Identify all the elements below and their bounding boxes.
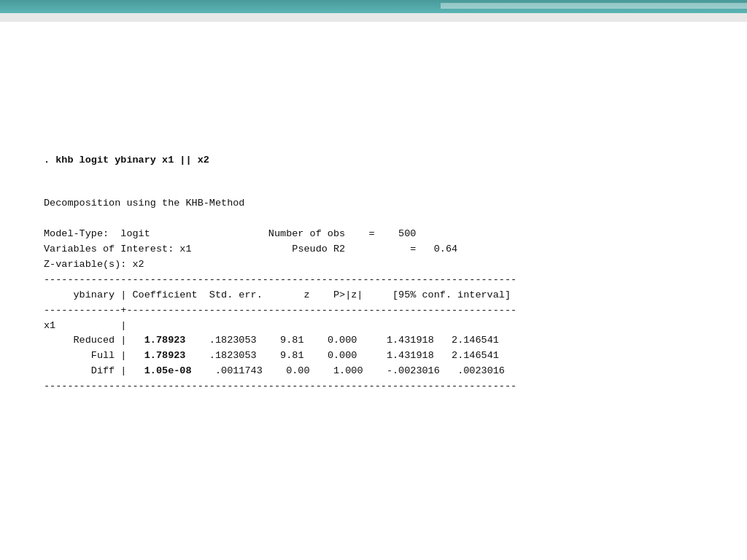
header-accent [441, 3, 747, 9]
reduced-stderr: .1823053 [209, 335, 257, 346]
separator3: ----------------------------------------… [44, 381, 516, 392]
full-p: 0.000 [328, 350, 357, 361]
separator2: -------------+--------------------------… [44, 305, 516, 316]
col-headers: ybinary | Coefficient Std. err. z P>|z| … [44, 289, 511, 300]
decomp-label: Decomposition using the KHB-Method [44, 198, 244, 209]
num-obs-eq: = [369, 228, 375, 239]
diff-ci-low: -.0023016 [387, 365, 440, 376]
pseudo-r2-eq: = [410, 244, 416, 254]
num-obs-val: 500 [398, 228, 416, 239]
full-z: 9.81 [280, 350, 303, 361]
zvars-label: Z-variable(s): x2 [44, 259, 144, 270]
command-text: . khb logit ybinary x1 || x2 [44, 155, 209, 166]
reduced-p: 0.000 [328, 335, 357, 346]
header-secondary [0, 13, 747, 22]
x1-label: x1 [44, 320, 55, 331]
diff-z: 0.00 [286, 365, 309, 376]
full-label: Full [44, 350, 115, 361]
pseudo-r2-label: Pseudo R2 [292, 244, 345, 254]
diff-p: 1.000 [333, 365, 363, 376]
vars-interest-label: Variables of Interest: x1 [44, 244, 192, 254]
full-ci-low: 1.431918 [387, 350, 434, 361]
output-block: Decomposition using the KHB-Method Model… [44, 181, 703, 410]
full-coef: 1.78923 [144, 350, 186, 361]
num-obs-label: Number of obs [268, 228, 345, 239]
full-ci-high: 2.146541 [452, 350, 499, 361]
diff-stderr: .0011743 [215, 365, 263, 376]
pseudo-r2-val: 0.64 [434, 244, 457, 254]
diff-coef: 1.05e-08 [144, 365, 192, 376]
reduced-label: Reduced [44, 335, 115, 346]
separator1: ----------------------------------------… [44, 274, 516, 285]
reduced-ci-high: 2.146541 [452, 335, 499, 346]
header-bar [0, 0, 747, 13]
diff-label: Diff [44, 365, 115, 376]
reduced-coef: 1.78923 [144, 335, 186, 346]
model-type-label: Model-Type: logit [44, 228, 150, 239]
command-line: . khb logit ybinary x1 || x2 [44, 153, 703, 168]
diff-ci-high: .0023016 [457, 365, 505, 376]
full-stderr: .1823053 [209, 350, 257, 361]
reduced-z: 9.81 [280, 335, 303, 346]
reduced-ci-low: 1.431918 [387, 335, 434, 346]
content-area: . khb logit ybinary x1 || x2 Decompositi… [0, 22, 747, 439]
